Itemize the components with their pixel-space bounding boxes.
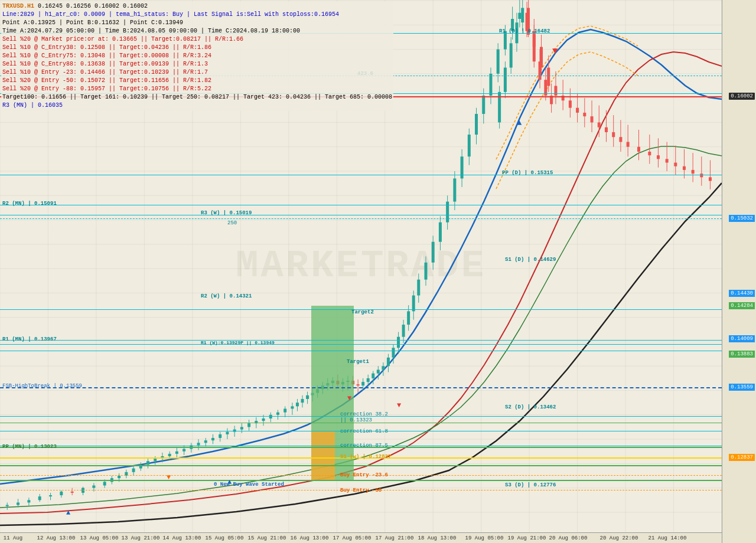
- buy-arrow-1: ▲: [66, 509, 70, 517]
- s2-d-label: S2 (D) | 0.13462: [505, 404, 556, 410]
- target1-label: Target1: [347, 359, 369, 365]
- time-2: 13 Aug 05:00: [80, 535, 119, 541]
- r3-w-label: R3 (W) | 0.15019: [201, 210, 252, 216]
- time-11: 19 Aug 05:00: [465, 535, 504, 541]
- time-axis: 11 Aug 12 Aug 13:00 13 Aug 05:00 13 Aug …: [0, 532, 722, 543]
- time-13: 20 Aug 06:00: [549, 535, 588, 541]
- buy-arrow-3: ▲: [227, 478, 232, 486]
- new-buy-wave-label: 0 New Buy Wave Started: [214, 482, 284, 488]
- orange-trade-box: [311, 431, 335, 480]
- p-13559: 0.13559: [729, 384, 755, 391]
- corr-61-label: correction 61.8: [340, 428, 388, 434]
- ohlc: 0.16245 0.16256 0.16002 0.16002: [38, 3, 148, 9]
- fib-250-line: [0, 218, 722, 219]
- r1-w-label: R1 (W):0.13929P || 0.13949: [201, 340, 275, 345]
- current-price-tick: 0.16002: [729, 93, 755, 100]
- time-1: 12 Aug 13:00: [37, 535, 76, 541]
- time-5: 15 Aug 05:00: [206, 535, 244, 541]
- sell-line-5: Sell %20 @ Entry -50: 0.15072 || Target:…: [2, 77, 392, 85]
- buy-arrow-big: ▲: [517, 118, 522, 127]
- corr-38-label: correction 38.2|| 0.13323: [340, 411, 388, 423]
- fsb-line: [0, 387, 722, 388]
- r2-mn-label: R2 (MN) | 0.15091: [2, 201, 57, 207]
- s1-d-label: S1 (D) | 0.14629: [505, 257, 556, 263]
- line3: Time A:2024.07.29 05:00:00 | Time B:2024…: [2, 27, 392, 35]
- line2: Point A:0.13925 | Point B:0.11632 | Poin…: [2, 19, 392, 27]
- target2-label: Target2: [351, 309, 374, 315]
- sell-arrow-r1d: ▼: [552, 46, 558, 57]
- fsb-label: FSB-HighToBreak | 0.13559: [2, 383, 82, 389]
- sell-line-4: Sell %10 @ Entry -23: 0.14466 || Target:…: [2, 68, 392, 77]
- s3-d-label: S3 (D) | 0.12776: [505, 482, 556, 488]
- buy-entry-236-label: Buy Entry -23.6: [340, 472, 388, 478]
- p-12837: 0.12837: [729, 454, 755, 461]
- price-axis: 0.16002 0.15032 0.14430 0.14284 0.14009 …: [722, 0, 756, 543]
- r1-mn-label: R1 (MN) | 0.13967: [2, 336, 57, 342]
- r3-mn-label: R3 (MN) | 0.16035: [2, 102, 392, 110]
- line1: Line:2829 | h1_atr_c0: 0.0009 | tema_h1_…: [2, 11, 392, 19]
- fib-250-label: 250: [227, 220, 237, 226]
- sell-line-6: Sell %20 @ Entry -88: 0.15957 || Target:…: [2, 85, 392, 93]
- p-15032: 0.15032: [729, 215, 755, 222]
- time-8: 17 Aug 05:00: [333, 535, 372, 541]
- chart-container: TRXUSD.H1 0.16245 0.16256 0.16002 0.1600…: [0, 0, 756, 543]
- r3-w-line: [0, 215, 722, 215]
- time-7: 16 Aug 13:00: [291, 535, 329, 541]
- time-10: 18 Aug 13:00: [418, 535, 457, 541]
- time-12: 19 Aug 21:00: [508, 535, 546, 541]
- sell-line-2: Sell %10 @ C_Entry75: 0.13048 || Target:…: [2, 52, 392, 60]
- p-14009: 0.14009: [729, 335, 755, 342]
- sell-arrow-2: ▼: [347, 394, 351, 403]
- time-14: 20 Aug 22:00: [600, 535, 638, 541]
- sell-arrow-3: ▼: [397, 401, 401, 410]
- r2-w-line: [0, 351, 722, 351]
- buy-entry-50-label: Buy Entry -50: [340, 488, 382, 493]
- time-4: 14 Aug 13:00: [163, 535, 201, 541]
- sell-line-1: Sell %10 @ C_Entry38: 0.12508 || Target:…: [2, 44, 392, 52]
- time-0: 11 Aug: [4, 535, 22, 541]
- p-13883: 0.13883: [729, 351, 755, 358]
- green-bottom-1: [0, 465, 722, 466]
- sell-line-3: Sell %10 @ C_Entry88: 0.13638 || Target:…: [2, 60, 392, 68]
- targets-line: Target100: 0.11656 || Target 161: 0.1023…: [2, 93, 392, 102]
- time-3: 13 Aug 21:00: [122, 535, 160, 541]
- r2-mn-line: [0, 205, 722, 205]
- s1-w-label: S1 (w) | 0.12837: [340, 454, 391, 460]
- r1-d-chart-label: R1 (D) | 0.16482: [499, 28, 550, 34]
- time-9: 17 Aug 21:00: [376, 535, 414, 541]
- info-panel: TRXUSD.H1 0.16245 0.16256 0.16002 0.1600…: [1, 1, 393, 111]
- corr-87-label: correction 87.5: [340, 443, 388, 449]
- symbol-line: TRXUSD.H1 0.16245 0.16256 0.16002 0.1600…: [2, 2, 392, 11]
- pp-mn-label: PP (MN) | 0.13023: [2, 444, 57, 450]
- p-14284: 0.14284: [729, 302, 755, 309]
- time-6: 15 Aug 21:00: [248, 535, 286, 541]
- pp-d-line: [0, 175, 722, 175]
- green-bottom-2: [0, 480, 722, 481]
- symbol: TRXUSD.H1: [2, 3, 34, 9]
- time-15: 21 Aug 14:00: [649, 535, 687, 541]
- pp-d-label: PP (D) | 0.15315: [502, 170, 553, 176]
- sell-line-0: Sell %20 @ Market price:or at: 0.13665 |…: [2, 35, 392, 44]
- buy-arrow-2: ▼: [167, 473, 171, 482]
- r1-w-line: [0, 344, 722, 345]
- r1-mn-line: [0, 340, 722, 341]
- r2-w-label: R2 (W) | 0.14321: [201, 293, 252, 299]
- p-14430: 0.14430: [729, 290, 755, 297]
